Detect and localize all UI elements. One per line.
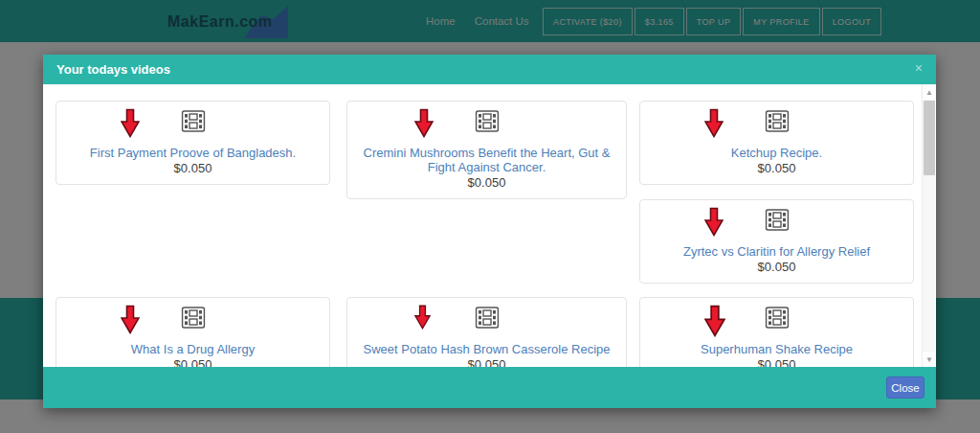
card-icons — [347, 108, 626, 143]
video-title-link[interactable]: First Payment Proove of Bangladesh. — [90, 146, 296, 160]
video-price: $0.050 — [758, 357, 796, 367]
video-price: $0.050 — [758, 260, 796, 274]
card-icons — [56, 305, 329, 339]
card-icons — [56, 108, 329, 143]
film-icon — [181, 307, 205, 329]
red-arrow-down-icon — [704, 207, 724, 237]
film-icon — [765, 209, 789, 231]
modal-header: Your todays videos × — [43, 55, 936, 84]
card-icons — [347, 305, 626, 339]
video-title-link[interactable]: Zyrtec vs Claritin for Allergy Relief — [683, 244, 870, 259]
scrollbar-thumb[interactable] — [924, 101, 935, 175]
todays-videos-modal: Your todays videos × — [43, 55, 936, 408]
scroll-down-icon[interactable]: ▼ — [923, 352, 936, 367]
video-price: $0.050 — [468, 175, 506, 190]
video-card[interactable]: Zyrtec vs Claritin for Allergy Relief $0… — [639, 199, 914, 284]
film-icon — [765, 307, 789, 329]
card-icons — [640, 108, 913, 143]
close-button[interactable]: Close — [886, 376, 924, 399]
close-icon[interactable]: × — [915, 61, 923, 75]
video-price: $0.050 — [174, 357, 212, 367]
red-arrow-down-icon — [704, 108, 724, 138]
card-icons — [640, 305, 913, 339]
video-title-link[interactable]: Superhuman Shake Recipe — [701, 342, 853, 356]
red-arrow-down-icon — [704, 305, 725, 337]
film-icon — [765, 110, 789, 132]
film-icon — [475, 307, 499, 329]
modal-body: First Payment Proove of Bangladesh. $0.0… — [43, 84, 936, 367]
red-arrow-down-icon — [414, 305, 431, 330]
video-title-link[interactable]: Sweet Potato Hash Brown Casserole Recipe — [364, 342, 611, 356]
video-card[interactable]: Superhuman Shake Recipe $0.050 — [639, 297, 914, 367]
video-title-link[interactable]: What Is a Drug Allergy — [131, 342, 255, 356]
video-card[interactable]: Cremini Mushrooms Benefit the Heart, Gut… — [346, 101, 627, 199]
video-title-link[interactable]: Ketchup Recipe. — [731, 146, 822, 160]
scroll-up-icon[interactable]: ▲ — [923, 84, 936, 100]
red-arrow-down-icon — [121, 108, 140, 138]
video-price: $0.050 — [758, 161, 796, 175]
screen: MakEarn.com Home Contact Us ACTIVATE ($2… — [0, 0, 980, 433]
modal-footer: Close — [43, 367, 936, 408]
video-card[interactable]: Ketchup Recipe. $0.050 — [639, 101, 914, 185]
film-icon — [181, 110, 205, 132]
red-arrow-down-icon — [121, 305, 140, 334]
modal-scrollbar[interactable]: ▲ ▼ — [922, 84, 935, 367]
red-arrow-down-icon — [414, 108, 434, 138]
video-title-link[interactable]: Cremini Mushrooms Benefit the Heart, Gut… — [356, 146, 618, 174]
video-price: $0.050 — [468, 357, 506, 367]
video-card[interactable]: Sweet Potato Hash Brown Casserole Recipe… — [346, 297, 627, 367]
card-icons — [640, 207, 913, 241]
film-icon — [475, 110, 499, 132]
video-card[interactable]: What Is a Drug Allergy $0.050 — [56, 297, 330, 367]
video-card[interactable]: First Payment Proove of Bangladesh. $0.0… — [56, 101, 330, 185]
modal-title: Your todays videos — [56, 62, 170, 77]
video-price: $0.050 — [174, 161, 212, 175]
